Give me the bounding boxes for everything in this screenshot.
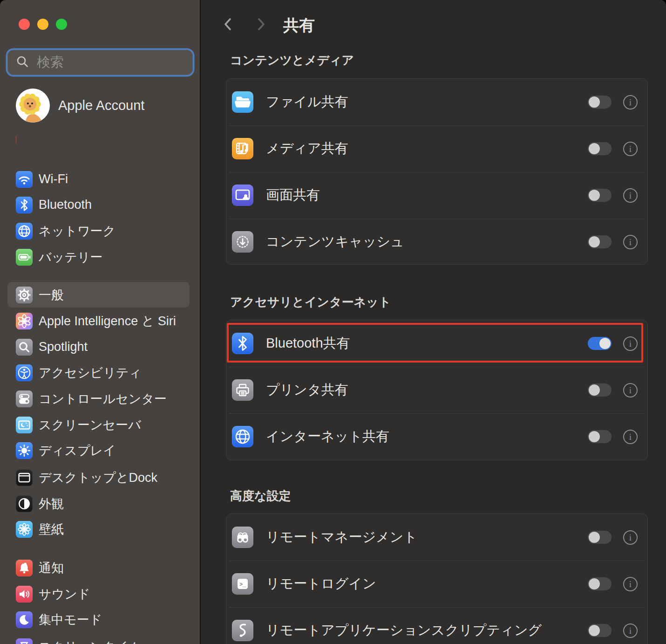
sidebar-item-wallpaper[interactable]: 壁紙 [7,516,190,542]
back-button[interactable] [221,15,235,33]
sidebar-item-notifications[interactable]: 通知 [7,555,190,581]
svg-text:i: i [629,339,632,349]
section-title-content-media: コンテンツとメディア [230,52,354,69]
row-label: リモートログイン [266,575,376,593]
row-label: Bluetooth共有 [266,334,350,353]
sidebar-item-label: スクリーンタイム [39,638,141,644]
row-remote-management: リモートマネージメント i [226,514,647,561]
close-button[interactable] [19,19,30,30]
sidebar-item-label: 壁紙 [39,521,64,538]
sidebar-item-screen-time[interactable]: スクリーンタイム [7,634,190,644]
info-button[interactable]: i [623,576,638,592]
sidebar-item-label: Wi-Fi [39,172,68,186]
search-input[interactable]: 検索 [7,50,193,75]
info-button[interactable]: i [623,141,638,157]
info-button[interactable]: i [623,95,638,110]
sidebar-item-label: スクリーンセーバ [39,417,141,433]
notifications-icon [16,560,33,576]
sidebar-item-label: サウンド [39,586,90,603]
content-caching-toggle[interactable] [588,235,612,248]
info-button[interactable]: i [623,530,638,545]
sidebar-item-general[interactable]: 一般 [7,282,190,308]
info-button[interactable]: i [623,429,638,445]
sidebar-item-focus[interactable]: 集中モード [7,607,190,632]
section-title-advanced: 高度な設定 [230,488,291,504]
row-printer-sharing: プリンタ共有 i [226,367,647,413]
sidebar-item-desktop-dock[interactable]: デスクトップとDock [7,465,190,490]
internet-sharing-toggle[interactable] [588,430,612,443]
apple-account-label: Apple Account [58,98,144,113]
sidebar-item-sound[interactable]: サウンド [7,581,190,607]
card-accessories-internet: Bluetooth共有 i プリンタ共有 i [226,320,648,460]
sound-icon [16,586,33,603]
screen-sharing-icon [232,185,253,206]
row-label: インターネット共有 [266,427,389,446]
remote-scripting-toggle[interactable] [588,624,612,637]
network-globe-icon [16,223,33,240]
sidebar-item-label: ディスプレイ [39,442,116,459]
sidebar-item-label: Apple Intelligence と Siri [39,313,176,329]
row-remote-login: >_ リモートログイン i [226,561,647,607]
sidebar-item-network[interactable]: ネットワーク [7,218,190,244]
apple-account-item[interactable]: Apple Account [16,89,144,123]
traffic-lights [19,19,67,30]
sidebar-item-displays[interactable]: ディスプレイ [7,438,190,463]
svg-text:i: i [629,533,632,542]
media-sharing-toggle[interactable] [588,142,612,155]
row-remote-scripting: リモートアプリケーションスクリプティング i [226,607,647,644]
row-label: プリンタ共有 [266,381,348,399]
card-advanced: リモートマネージメント i >_ リモートログイン i [226,514,648,644]
sidebar-item-label: アクセシビリティ [39,364,142,381]
row-screen-sharing: 画面共有 i [226,172,647,219]
remote-login-toggle[interactable] [588,577,612,590]
svg-text:i: i [629,144,632,154]
media-sharing-icon [232,138,253,159]
bluetooth-sharing-toggle[interactable] [588,337,612,350]
wallpaper-icon [16,521,33,538]
info-button[interactable]: i [623,188,638,203]
bluetooth-icon [16,197,33,213]
sidebar-item-label: コントロールセンター [39,391,167,407]
battery-icon [16,249,33,266]
bluetooth-sharing-icon [232,333,253,354]
row-bluetooth-sharing: Bluetooth共有 i [226,320,647,367]
minimize-button[interactable] [37,19,48,30]
info-button[interactable]: i [623,623,638,638]
spotlight-icon [16,339,33,356]
focus-icon [16,611,33,628]
sidebar-item-accessibility[interactable]: アクセシビリティ [7,360,190,385]
screen-sharing-toggle[interactable] [588,189,612,202]
red-artifact [15,136,17,144]
printer-sharing-toggle[interactable] [588,384,612,397]
sidebar-item-battery[interactable]: バッテリー [7,244,190,270]
row-content-caching: コンテンツキャッシュ i [226,219,647,265]
info-button[interactable]: i [623,336,638,351]
svg-text:i: i [629,191,632,200]
file-sharing-toggle[interactable] [588,96,612,109]
wifi-icon [16,171,33,188]
sidebar-item-label: ネットワーク [39,223,116,240]
sidebar-item-bluetooth[interactable]: Bluetooth [7,192,190,218]
sidebar-item-label: Bluetooth [39,198,92,212]
sidebar-item-label: 一般 [39,287,64,303]
svg-text:i: i [629,385,632,395]
sidebar-item-label: バッテリー [39,249,103,266]
control-center-icon [16,391,33,407]
sidebar-item-control-center[interactable]: コントロールセンター [7,386,190,411]
info-button[interactable]: i [623,383,638,398]
appearance-icon [16,495,33,512]
sidebar-item-appearance[interactable]: 外観 [7,491,190,516]
remote-scripting-icon [232,620,253,641]
sidebar-item-wifi[interactable]: Wi-Fi [7,166,190,192]
zoom-button[interactable] [56,19,67,30]
sidebar-item-apple-intelligence-siri[interactable]: Apple Intelligence と Siri [7,308,190,334]
gear-icon [16,287,33,303]
svg-text:>_: >_ [239,582,246,588]
apple-intelligence-icon [16,313,33,329]
sidebar-item-screen-saver[interactable]: スクリーンセーバ [7,412,190,438]
desktop-dock-icon [16,469,33,486]
remote-management-toggle[interactable] [588,531,612,544]
forward-button[interactable] [254,15,268,33]
sidebar-item-spotlight[interactable]: Spotlight [7,334,190,360]
info-button[interactable]: i [623,234,638,250]
